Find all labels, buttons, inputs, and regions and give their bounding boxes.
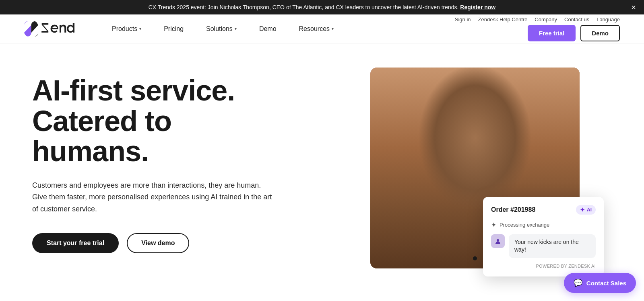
ai-badge-label: AI [587,207,592,213]
processing-icon: ✦ [491,221,496,229]
hero-heading-line1: AI-first service. [32,74,235,106]
start-trial-button[interactable]: Start your free trial [32,233,119,253]
nav-contact-us[interactable]: Contact us [564,16,589,23]
hero-right: Order #201988 ✦ AI ✦ Processing exchange [370,68,580,268]
nav-link-pricing[interactable]: Pricing [153,14,195,43]
hero-section: AI-first service. Catered to humans. Cus… [0,43,644,297]
pagination-dot[interactable] [473,256,477,260]
ai-spark-icon: ✦ [580,207,585,213]
nav-logo[interactable] [24,21,76,37]
nav-link-resources[interactable]: Resources ▾ [288,14,345,43]
hero-left: AI-first service. Catered to humans. Cus… [32,68,346,253]
nav-link-demo[interactable]: Demo [248,14,288,43]
products-chevron-icon: ▾ [139,27,141,31]
nav-link-products[interactable]: Products ▾ [101,14,153,43]
hero-heading-line3: humans. [32,135,149,167]
banner-text-middle: Join Nicholas Thompson, CEO of The Atlan… [208,4,459,10]
nav-meta-links: Sign in Zendesk Help Centre Company Cont… [455,16,620,23]
chat-bubble-row: Your new kicks are on the way! [491,234,596,258]
top-banner: CX Trends 2025 event: Join Nicholas Thom… [0,0,644,14]
nav-help-centre[interactable]: Zendesk Help Centre [478,16,528,23]
ai-badge: ✦ AI [576,205,596,215]
resources-chevron-icon: ▾ [332,27,334,31]
nav-company[interactable]: Company [535,16,557,23]
view-demo-button[interactable]: View demo [127,233,189,253]
avatar-icon [494,238,502,245]
chat-message: Your new kicks are on the way! [514,239,579,253]
order-card-header: Order #201988 ✦ AI [491,205,596,215]
powered-by-row: POWERED BY ZENDESK AI [491,264,596,268]
nav-link-solutions[interactable]: Solutions ▾ [195,14,248,43]
banner-text: CX Trends 2025 event: Join Nicholas Thom… [149,4,495,10]
processing-row: ✦ Processing exchange [491,221,596,229]
order-card: Order #201988 ✦ AI ✦ Processing exchange [483,197,604,276]
chat-avatar [491,234,505,248]
banner-close-button[interactable]: × [631,3,636,11]
chat-bubble: Your new kicks are on the way! [509,234,596,258]
hero-heading-line2: Catered to [32,105,171,137]
banner-text-prefix: CX Trends 2025 event: [149,4,206,10]
nav-right-section: Sign in Zendesk Help Centre Company Cont… [455,16,620,41]
processing-label: Processing exchange [500,222,549,228]
nav-demo-button[interactable]: Demo [580,25,620,41]
chat-bubble-icon: 💬 [574,278,582,287]
solutions-chevron-icon: ▾ [235,27,237,31]
contact-sales-button[interactable]: 💬 Contact Sales [564,273,636,293]
nav-buttons: Free trial Demo [528,25,620,41]
hero-actions: Start your free trial View demo [32,233,346,253]
zendesk-logo-svg [24,21,76,37]
nav-links: Products ▾ Pricing Solutions ▾ Demo Reso… [101,14,455,43]
free-trial-button[interactable]: Free trial [528,25,576,41]
hero-subtext: Customers and employees are more than in… [32,180,274,215]
hero-heading: AI-first service. Catered to humans. [32,76,346,167]
contact-sales-label: Contact Sales [586,280,626,287]
nav-sign-in[interactable]: Sign in [455,16,471,23]
main-nav: Products ▾ Pricing Solutions ▾ Demo Reso… [0,14,644,43]
nav-language[interactable]: Language [597,16,620,23]
order-number: Order #201988 [491,206,535,213]
svg-point-1 [497,239,499,242]
banner-register-link[interactable]: Register now [460,4,495,10]
powered-label: POWERED BY ZENDESK AI [536,264,596,268]
